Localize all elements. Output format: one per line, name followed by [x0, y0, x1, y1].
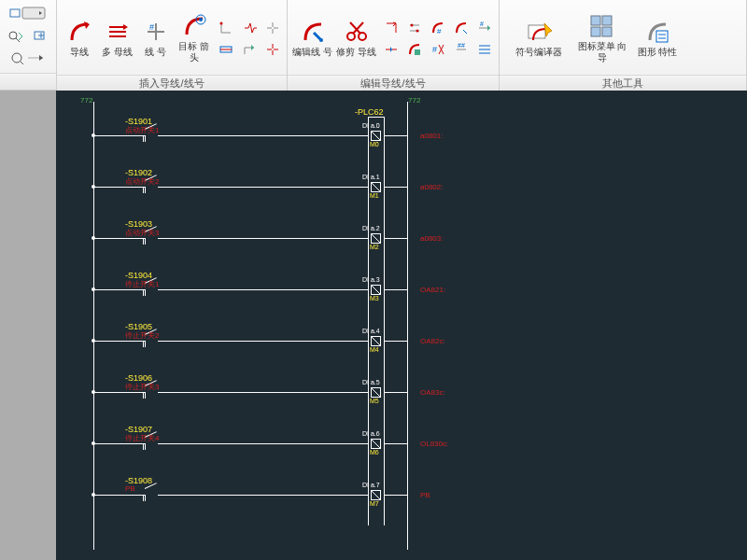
btn-trim-wire[interactable]: 修剪 导线: [335, 2, 377, 73]
m-label: M2: [370, 244, 379, 250]
m-label: M0: [370, 141, 379, 147]
m-label: M1: [370, 192, 379, 199]
sm-e2[interactable]: [402, 17, 427, 39]
btn-wire-number[interactable]: #线 号: [137, 2, 174, 73]
svg-rect-25: [656, 31, 668, 42]
panel-quick-title: [0, 73, 56, 90]
btn-icon-menu-wizard[interactable]: 图标菜单 向导: [576, 2, 628, 73]
wire: [93, 238, 138, 239]
sm-wire-2[interactable]: [237, 17, 261, 39]
far-ref: OA821:: [420, 286, 445, 294]
sm-wire-6[interactable]: [261, 38, 285, 61]
drawing-canvas[interactable]: 772 772 -PLC62 -S1901点动开关1DI a.0M0a0801:…: [0, 91, 747, 560]
svg-point-2: [9, 32, 17, 39]
m-label: M6: [370, 449, 379, 455]
right-bus-label: 772: [408, 96, 420, 105]
svg-point-14: [416, 29, 419, 32]
di-label: DI a.4: [362, 328, 380, 334]
wire: [384, 135, 407, 136]
btn-multi-bus[interactable]: 多 母线: [99, 2, 135, 73]
quick-tool-2[interactable]: [4, 24, 28, 47]
svg-text:#: #: [480, 21, 484, 27]
m-label: M3: [370, 295, 379, 301]
switch-desc: 停止开关1: [125, 279, 159, 289]
di-label: DI a.6: [362, 430, 380, 437]
sm-e10[interactable]: [472, 38, 497, 61]
left-bus: [93, 102, 94, 550]
di-label: DI a.0: [362, 122, 380, 129]
far-ref: PB: [420, 491, 430, 499]
panel-insert-wire: 导线 多 母线 #线 号 目标 箭头 插入导线/线号: [57, 0, 288, 90]
panel-edit-wire: 编辑线 号 修剪 导线 # # # ## 编辑导线/线号: [288, 0, 500, 90]
quick-tool-3[interactable]: [29, 24, 53, 47]
sm-e6[interactable]: [379, 38, 403, 61]
wire: [384, 443, 407, 444]
svg-point-8: [220, 21, 223, 24]
wire: [164, 443, 368, 444]
switch-icon: [138, 489, 164, 502]
svg-rect-23: [591, 27, 600, 36]
wire: [384, 392, 407, 393]
di-label: DI a.5: [362, 379, 380, 385]
quick-tool-4[interactable]: [4, 47, 52, 69]
wire: [164, 392, 368, 393]
far-ref: OA83c:: [420, 388, 445, 397]
wire: [93, 495, 138, 496]
wire: [93, 443, 138, 444]
plc-terminal-icon: [371, 490, 381, 500]
wire: [164, 135, 368, 136]
wire: [93, 392, 138, 393]
plc-box-top: [368, 117, 384, 118]
plc-terminal-icon: [371, 131, 381, 141]
plc-terminal-icon: [371, 387, 381, 398]
svg-rect-21: [591, 16, 600, 25]
sm-e3[interactable]: #: [426, 17, 450, 39]
sm-e8[interactable]: #: [426, 38, 450, 61]
switch-desc: 点动开关3: [125, 228, 159, 238]
sm-wire-5[interactable]: [237, 38, 261, 61]
btn-graphic-props[interactable]: 图形 特性: [636, 2, 679, 73]
plc-label: -PLC62: [355, 107, 384, 117]
m-label: M4: [370, 346, 379, 353]
switch-desc: 点动开关2: [125, 176, 159, 187]
svg-text:#: #: [432, 45, 437, 54]
wire-smalltools: [214, 17, 283, 59]
far-ref: OL830c:: [420, 440, 448, 448]
quick-tool-1[interactable]: [4, 2, 52, 24]
sm-wire-4[interactable]: [214, 38, 238, 61]
wire: [164, 495, 368, 496]
right-bus: [407, 102, 408, 550]
far-ref: a0802:: [420, 183, 443, 191]
switch-desc: 停止开关4: [125, 433, 159, 443]
sm-wire-1[interactable]: [214, 17, 238, 39]
wire: [93, 187, 138, 188]
sm-e1[interactable]: [379, 17, 403, 39]
edit-smalltools: # # # ##: [379, 17, 495, 59]
di-label: DI a.7: [362, 482, 380, 488]
wire: [93, 289, 138, 290]
sm-e4[interactable]: [449, 17, 473, 39]
svg-text:##: ##: [458, 42, 465, 49]
panel-other-tools: 符号编译器 图标菜单 向导 图形 特性 其他工具: [500, 0, 747, 90]
svg-rect-17: [415, 49, 420, 55]
plc-terminal-icon: [371, 439, 381, 449]
svg-rect-24: [602, 27, 612, 36]
btn-target-arrow[interactable]: 目标 箭头: [176, 2, 212, 73]
sm-e9[interactable]: ##: [449, 38, 473, 61]
plc-terminal-icon: [371, 182, 381, 192]
svg-point-10: [319, 38, 323, 42]
svg-text:#: #: [437, 27, 442, 35]
m-label: M7: [370, 500, 379, 507]
sm-e7[interactable]: [402, 38, 427, 61]
plc-box-right: [384, 117, 385, 525]
svg-rect-0: [10, 9, 20, 17]
btn-symbol-compiler[interactable]: 符号编译器: [509, 2, 569, 73]
btn-wire[interactable]: 导线: [61, 2, 97, 73]
sm-wire-3[interactable]: [261, 17, 285, 39]
btn-edit-wireno[interactable]: 编辑线 号: [291, 2, 333, 73]
wire: [384, 238, 407, 239]
sm-e5[interactable]: #: [472, 17, 497, 39]
switch-desc: 点动开关1: [125, 125, 159, 135]
wire: [164, 341, 368, 342]
wire: [93, 135, 138, 136]
